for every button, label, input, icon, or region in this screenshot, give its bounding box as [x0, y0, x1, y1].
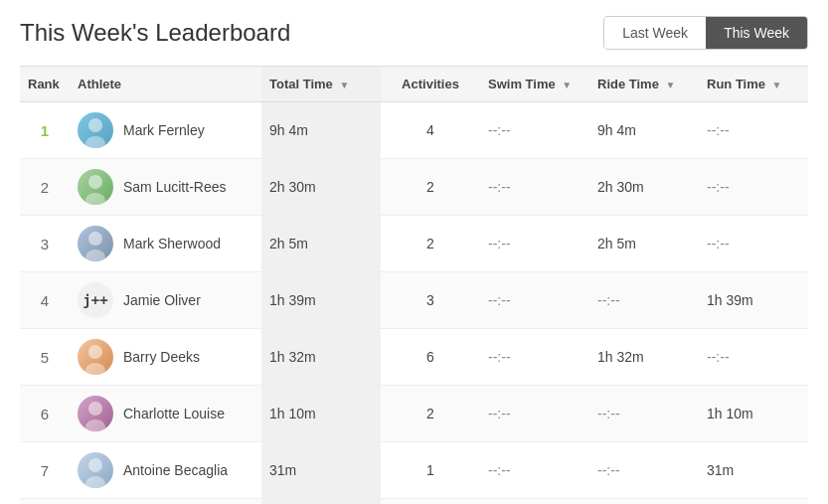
avatar	[78, 169, 113, 205]
svg-point-5	[85, 250, 105, 261]
activities-cell: 1	[381, 442, 480, 499]
ride-time-value: --:--	[597, 406, 620, 421]
rank-cell: 6	[20, 386, 70, 442]
run-time-value: --:--	[707, 179, 730, 195]
swim-time-value: --:--	[488, 122, 511, 138]
athlete-cell: Charlotte Louise	[70, 386, 261, 442]
rank-value: 4	[41, 292, 49, 309]
avatar: j++	[78, 282, 113, 318]
athlete-cell: Sam Lucitt-Rees	[70, 159, 261, 216]
rank-value: 1	[41, 122, 49, 139]
col-athlete: Athlete	[70, 67, 261, 102]
table-row: 7 Antoine Becaglia31m1--:----:--31m	[20, 442, 808, 499]
ride-time-cell: 9h 4m	[589, 102, 699, 159]
sort-arrow-ridetime: ▼	[666, 80, 676, 90]
rank-cell: 4	[20, 272, 70, 329]
svg-point-8	[88, 402, 102, 416]
activities-cell: 6	[381, 329, 480, 386]
run-time-cell: 30m	[699, 499, 808, 505]
swim-time-cell: --:--	[480, 499, 589, 505]
svg-point-9	[85, 420, 105, 431]
rank-value: 3	[41, 236, 49, 252]
col-activities: Activities	[381, 67, 480, 102]
run-time-cell: --:--	[699, 216, 808, 272]
swim-time-value: --:--	[488, 292, 511, 308]
this-week-button[interactable]: This Week	[706, 17, 807, 49]
athlete-name: Mark Sherwood	[123, 236, 221, 252]
athlete-cell: Mark Fernley	[70, 102, 261, 159]
table-row: 8 Fi McGrath30m1--:----:--30m	[20, 499, 808, 505]
swim-time-value: --:--	[488, 236, 511, 252]
total-time-cell: 1h 39m	[261, 272, 381, 329]
svg-point-2	[88, 175, 102, 189]
svg-point-11	[85, 476, 105, 488]
run-time-value: 31m	[707, 462, 734, 478]
header-row: This Week's Leaderboard Last Week This W…	[20, 16, 808, 50]
avatar	[78, 112, 113, 148]
table-row: 1 Mark Fernley9h 4m4--:--9h 4m--:--	[20, 102, 808, 159]
page-wrapper: This Week's Leaderboard Last Week This W…	[0, 0, 828, 504]
svg-point-4	[88, 232, 102, 246]
table-row: 2 Sam Lucitt-Rees2h 30m2--:--2h 30m--:--	[20, 159, 808, 216]
sort-arrow-runtime: ▼	[772, 80, 782, 90]
leaderboard-table: Rank Athlete Total Time ▼ Activities Swi…	[20, 66, 808, 504]
table-header-row: Rank Athlete Total Time ▼ Activities Swi…	[20, 67, 808, 102]
run-time-value: --:--	[707, 349, 730, 365]
athlete-cell: Barry Deeks	[70, 329, 261, 386]
athlete-cell: j++Jamie Oliver	[70, 272, 261, 329]
activities-cell: 2	[381, 216, 480, 272]
total-time-cell: 2h 30m	[261, 159, 381, 216]
svg-point-0	[88, 118, 102, 132]
col-total-time[interactable]: Total Time ▼	[261, 67, 381, 102]
svg-point-6	[88, 345, 102, 359]
table-row: 4j++Jamie Oliver1h 39m3--:----:--1h 39m	[20, 272, 808, 329]
rank-cell: 8	[20, 499, 70, 505]
run-time-cell: 31m	[699, 442, 808, 499]
run-time-value: --:--	[707, 236, 730, 252]
activities-cell: 2	[381, 159, 480, 216]
ride-time-value: --:--	[597, 292, 620, 308]
activities-cell: 4	[381, 102, 480, 159]
rank-value: 6	[41, 406, 49, 422]
week-toggle: Last Week This Week	[603, 16, 808, 50]
run-time-cell: --:--	[699, 329, 808, 386]
athlete-cell: Mark Sherwood	[70, 216, 261, 272]
athlete-name: Charlotte Louise	[123, 406, 225, 421]
run-time-cell: 1h 10m	[699, 386, 808, 442]
avatar	[78, 452, 113, 488]
col-rank: Rank	[20, 67, 70, 102]
ride-time-cell: 1h 32m	[589, 329, 699, 386]
ride-time-cell: --:--	[589, 442, 699, 499]
athlete-cell: Antoine Becaglia	[70, 442, 261, 499]
col-swim-time[interactable]: Swim Time ▼	[480, 67, 589, 102]
ride-time-cell: --:--	[589, 499, 699, 505]
ride-time-value: 2h 30m	[597, 179, 644, 195]
svg-point-10	[88, 458, 102, 472]
total-time-cell: 9h 4m	[261, 102, 381, 159]
avatar	[78, 396, 113, 431]
run-time-value: 1h 10m	[707, 406, 753, 421]
table-body: 1 Mark Fernley9h 4m4--:--9h 4m--:--2 Sam…	[20, 102, 808, 505]
sort-arrow-swimtime: ▼	[562, 80, 572, 90]
run-time-cell: 1h 39m	[699, 272, 808, 329]
run-time-cell: --:--	[699, 102, 808, 159]
run-time-value: --:--	[707, 122, 730, 138]
table-row: 5 Barry Deeks1h 32m6--:--1h 32m--:--	[20, 329, 808, 386]
ride-time-value: 2h 5m	[597, 236, 636, 252]
total-time-cell: 1h 10m	[261, 386, 381, 442]
last-week-button[interactable]: Last Week	[604, 17, 706, 49]
svg-point-7	[85, 363, 105, 375]
swim-time-cell: --:--	[480, 386, 589, 442]
swim-time-value: --:--	[488, 179, 511, 195]
col-run-time[interactable]: Run Time ▼	[699, 67, 808, 102]
ride-time-value: 9h 4m	[597, 122, 636, 138]
rank-cell: 3	[20, 216, 70, 272]
athlete-cell: Fi McGrath	[70, 499, 261, 505]
col-ride-time[interactable]: Ride Time ▼	[589, 67, 699, 102]
ride-time-cell: 2h 30m	[589, 159, 699, 216]
swim-time-cell: --:--	[480, 329, 589, 386]
athlete-name: Barry Deeks	[123, 349, 200, 365]
swim-time-cell: --:--	[480, 102, 589, 159]
activities-cell: 1	[381, 499, 480, 505]
total-time-cell: 30m	[261, 499, 381, 505]
